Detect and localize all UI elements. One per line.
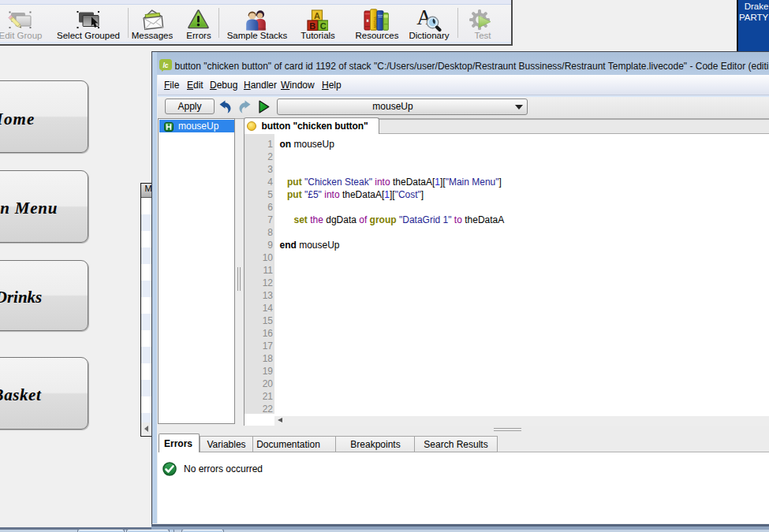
svg-text:lc: lc [162,61,168,69]
svg-text:C: C [320,21,327,31]
svg-text:B: B [309,21,315,31]
svg-text:A: A [314,11,320,20]
